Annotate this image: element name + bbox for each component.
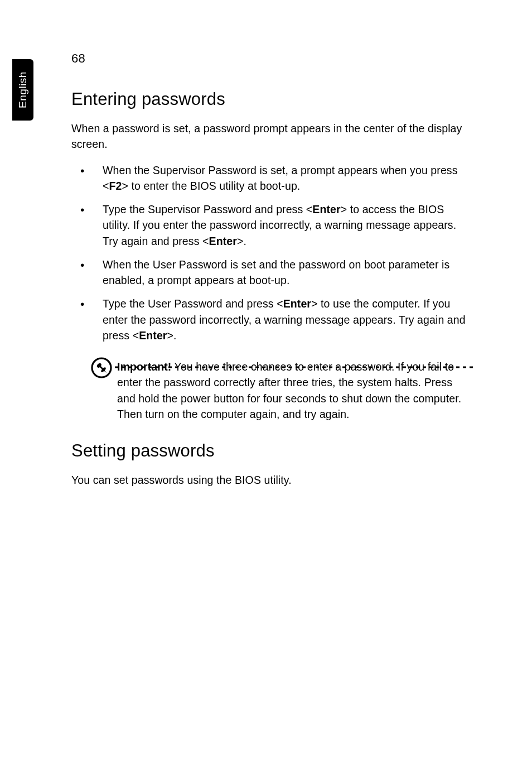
heading-setting-passwords: Setting passwords — [71, 441, 473, 461]
bullet-2-post: >. — [237, 235, 246, 247]
language-label: English — [17, 71, 29, 108]
bullet-2-key1: Enter — [312, 203, 340, 215]
setting-passwords-body: You can set passwords using the BIOS uti… — [71, 472, 473, 488]
page-number: 68 — [71, 51, 473, 66]
bullet-2-pre: Type the Supervisor Password and press < — [103, 203, 312, 215]
bullet-4-pre: Type the User Password and press < — [103, 297, 283, 310]
section-setting-passwords: Setting passwords You can set passwords … — [71, 441, 473, 488]
bullet-4-post: >. — [167, 329, 177, 342]
bullet-item-4: Type the User Password and press <Enter>… — [71, 296, 473, 343]
heading-entering-passwords: Entering passwords — [71, 89, 473, 109]
page-content: 68 Entering passwords When a password is… — [71, 51, 473, 498]
bullet-1-key: F2 — [109, 180, 122, 192]
bullet-list: When the Supervisor Password is set, a p… — [71, 162, 473, 344]
language-side-tab: English — [12, 59, 33, 121]
bullet-item-3: When the User Password is set and the pa… — [71, 257, 473, 289]
important-note-block: Important! You have three chances to ent… — [71, 359, 473, 422]
pin-icon — [90, 357, 113, 381]
bullet-4-key2: Enter — [139, 329, 167, 342]
bullet-3-text: When the User Password is set and the pa… — [103, 258, 449, 286]
bullet-item-2: Type the Supervisor Password and press <… — [71, 201, 473, 249]
bullet-2-key2: Enter — [209, 235, 237, 247]
intro-paragraph: When a password is set, a password promp… — [71, 121, 473, 152]
bullet-4-key1: Enter — [283, 297, 311, 310]
bullet-item-1: When the Supervisor Password is set, a p… — [71, 162, 473, 194]
dashed-divider — [115, 366, 476, 368]
bullet-1-post: > to enter the BIOS utility at boot-up. — [122, 180, 300, 192]
svg-marker-4 — [104, 370, 107, 373]
